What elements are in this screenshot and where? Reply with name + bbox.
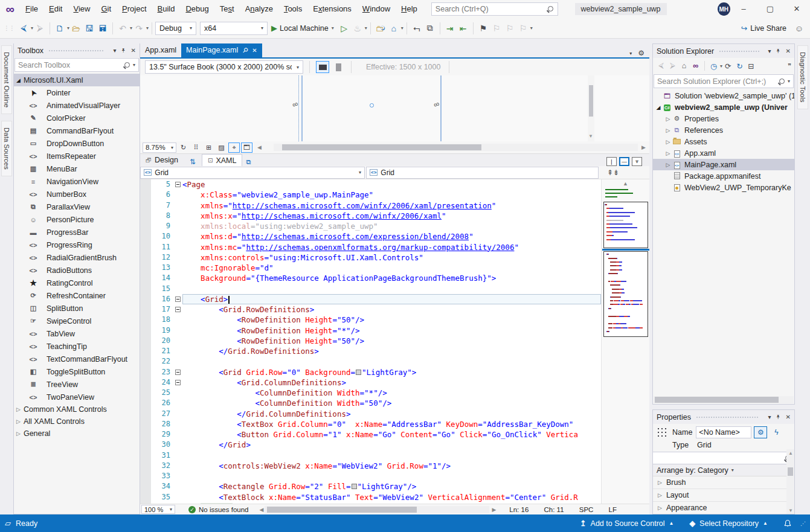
grid-adorner-handle[interactable] bbox=[370, 103, 374, 107]
refresh-designer-icon[interactable]: ↻ bbox=[178, 143, 189, 153]
panel-options-icon[interactable]: ▾ bbox=[768, 414, 771, 420]
toolbox-item-progressbar[interactable]: ▬ProgressBar bbox=[14, 226, 140, 239]
solution-platform-dropdown[interactable]: x64▾ bbox=[200, 22, 268, 35]
menu-build[interactable]: Build bbox=[152, 0, 181, 18]
solution-explorer-header[interactable]: Solution Explorer ▾ 🖈 ✕ bbox=[653, 44, 794, 58]
solution-configuration-dropdown[interactable]: Debug▾ bbox=[155, 22, 196, 35]
tree-item-app-xaml[interactable]: ▷<>App.xaml bbox=[653, 147, 794, 159]
toolbox-item-dropdownbutton[interactable]: ▭DropDownButton bbox=[14, 137, 140, 150]
chevron-closed-icon[interactable]: ▷ bbox=[665, 139, 671, 145]
tree-item-webview2-uwp-temporaryke[interactable]: WebView2_UWP_TemporaryKe bbox=[653, 182, 794, 193]
toolbox-header[interactable]: Toolbox ▾ 🖈 ✕ bbox=[14, 43, 140, 57]
find-in-files-button[interactable]: 🗀🔾 bbox=[374, 22, 387, 35]
add-to-source-control-button[interactable]: ↥ Add to Source Control ▲ bbox=[580, 519, 673, 528]
indent-decrease-button[interactable]: ⇤ bbox=[457, 22, 469, 35]
fold-collapse-icon[interactable] bbox=[175, 307, 181, 312]
design-horizontal-scrollbar[interactable] bbox=[274, 144, 638, 151]
indicator-margin[interactable] bbox=[140, 179, 151, 504]
outlining-margin[interactable] bbox=[173, 179, 182, 504]
solution-explorer-hscrollbar[interactable] bbox=[654, 396, 794, 403]
start-debugging-button[interactable]: ▶ Local Machine ▾ bbox=[271, 24, 334, 33]
tree-item-assets[interactable]: ▷Assets bbox=[653, 136, 794, 147]
properties-search-input[interactable] bbox=[653, 452, 794, 464]
navigate-back-button[interactable]: ⮘ bbox=[18, 22, 30, 35]
arrange-by-dropdown[interactable]: Arrange by: Category ▾ bbox=[653, 464, 794, 476]
toolbox-close-icon[interactable]: ✕ bbox=[131, 47, 136, 54]
tab-app-xaml[interactable]: App.xaml bbox=[140, 43, 181, 57]
close-tab-icon[interactable]: ✕ bbox=[252, 43, 257, 57]
chevron-closed-icon[interactable]: ▷ bbox=[665, 150, 671, 156]
tab-design-view[interactable]: 🗗 Design bbox=[140, 154, 184, 166]
panel-close-icon[interactable]: ✕ bbox=[786, 48, 791, 54]
select-repository-button[interactable]: ◈ Select Repository ▲ bbox=[689, 519, 768, 528]
menu-window[interactable]: Window bbox=[357, 0, 396, 18]
scrollbar-thumb[interactable] bbox=[655, 397, 779, 403]
snapline-icon[interactable]: ▨ bbox=[216, 143, 227, 153]
close-button[interactable]: ✕ bbox=[783, 0, 810, 18]
tree-item-references[interactable]: ▷⧉References bbox=[653, 124, 794, 136]
property-section-brush[interactable]: ▷Brush bbox=[653, 476, 794, 489]
toolbox-item-tabview[interactable]: <>TabView bbox=[14, 327, 140, 340]
color-swatch-icon[interactable] bbox=[352, 484, 357, 489]
solution-explorer-search-input[interactable]: Search Solution Explorer (Ctrl+;) ▾ bbox=[654, 74, 794, 88]
toolbox-group-common-xaml-controls[interactable]: ▷Common XAML Controls bbox=[14, 403, 140, 415]
panel-pin-icon[interactable]: 🖈 bbox=[776, 48, 782, 54]
panel-pin-icon[interactable]: 🖈 bbox=[776, 414, 782, 420]
toolbox-item-togglesplitbutton[interactable]: ◧ToggleSplitButton bbox=[14, 365, 140, 378]
code-line-20[interactable]: <RowDefinition Height="50"/> bbox=[182, 336, 601, 346]
xaml-code-editor[interactable]: 5678910111213141516171819202122232425262… bbox=[140, 179, 649, 504]
toolbox-group-general[interactable]: ▷General bbox=[14, 428, 140, 440]
switch-views-icon[interactable]: ∞ bbox=[690, 60, 701, 72]
refresh-icon[interactable]: ↻ bbox=[734, 60, 745, 72]
panel-options-icon[interactable]: ▾ bbox=[768, 48, 771, 54]
grid-column-line-1[interactable] bbox=[301, 75, 303, 141]
toolbox-item-teachingtip[interactable]: <>TeachingTip bbox=[14, 340, 140, 353]
resize-grip[interactable]: ⋰ bbox=[800, 521, 806, 527]
code-line-22[interactable] bbox=[182, 356, 601, 367]
grid-column-line-2[interactable] bbox=[440, 75, 442, 141]
code-line-14[interactable]: Background="{ThemeResource ApplicationPa… bbox=[182, 273, 601, 283]
code-line-6[interactable]: x:Class="webview2_sample_uwp.MainPage" bbox=[182, 190, 601, 200]
menu-file[interactable]: File bbox=[20, 0, 43, 18]
tree-item-properties[interactable]: ▷⚙Properties bbox=[653, 113, 794, 124]
code-line-11[interactable]: xmlns:mc="http://schemas.openxmlformats.… bbox=[182, 242, 601, 252]
home-icon[interactable]: ⌂ bbox=[678, 60, 690, 72]
scroll-down-icon[interactable]: ▼ bbox=[588, 133, 593, 139]
vertical-split-button[interactable]: ❘ bbox=[606, 157, 617, 166]
menu-help[interactable]: Help bbox=[396, 0, 423, 18]
popout-pane-icon[interactable]: ⧉ bbox=[242, 158, 254, 166]
scrollbar-thumb[interactable] bbox=[589, 85, 593, 117]
side-tab-document-outline[interactable]: Document Outline bbox=[1, 45, 12, 114]
menu-view[interactable]: View bbox=[68, 0, 95, 18]
toggle-snapping-button[interactable]: ⌖ bbox=[228, 143, 240, 153]
tree-item-solution-webview2-sample-uwp-1[interactable]: 🗔Solution 'webview2_sample_uwp' (1 bbox=[653, 90, 794, 101]
collapse-pane-button[interactable]: ⩔ bbox=[632, 157, 642, 166]
toolbox-item-textcommandbarflyout[interactable]: <>TextCommandBarFlyout bbox=[14, 353, 140, 365]
code-line-34[interactable]: <Rectangle Grid.Row="2" Fill="LightGray"… bbox=[182, 481, 601, 492]
scroll-up-icon[interactable]: ▲ bbox=[788, 450, 793, 456]
collapse-left-icon[interactable]: ◀ bbox=[254, 143, 265, 153]
navigate-to-line-button[interactable]: ⮢ bbox=[411, 22, 423, 35]
overflow-icon[interactable]: ❞ bbox=[788, 62, 792, 70]
toolbox-group-all-xaml-controls[interactable]: ▷All XAML Controls bbox=[14, 415, 140, 428]
editor-zoom-dropdown[interactable]: 100 %▾ bbox=[141, 505, 175, 514]
tree-item-mainpage-xaml[interactable]: ▷<>MainPage.xaml bbox=[653, 159, 794, 170]
feedback-icon[interactable]: ☺ bbox=[793, 22, 805, 35]
toolbox-search-input[interactable]: Search Toolbox ▾ bbox=[14, 58, 139, 72]
show-grid-icon[interactable]: ⠿ bbox=[190, 143, 202, 153]
portrait-orientation-button[interactable] bbox=[332, 61, 345, 73]
code-line-23[interactable]: <Grid Grid.Row="0" Background="LightGray… bbox=[182, 367, 601, 377]
fold-collapse-icon[interactable] bbox=[175, 370, 181, 375]
element-name-input[interactable]: <No Name> bbox=[696, 426, 751, 438]
menu-test[interactable]: Test bbox=[214, 0, 240, 18]
save-all-button[interactable]: 🖬 bbox=[97, 22, 109, 35]
code-line-7[interactable]: xmlns="http://schemas.microsoft.com/winf… bbox=[182, 200, 601, 211]
chevron-closed-icon[interactable]: ▷ bbox=[665, 127, 671, 133]
landscape-orientation-button[interactable] bbox=[316, 61, 329, 73]
health-indicator[interactable]: ✓ No issues found bbox=[188, 506, 248, 513]
save-button[interactable]: 🖫 bbox=[83, 22, 95, 35]
code-line-16[interactable]: <Grid> bbox=[182, 294, 601, 304]
code-line-24[interactable]: <Grid.ColumnDefinitions> bbox=[182, 377, 601, 388]
minimize-button[interactable]: – bbox=[730, 0, 757, 18]
line-ending-label[interactable]: LF bbox=[609, 506, 617, 513]
